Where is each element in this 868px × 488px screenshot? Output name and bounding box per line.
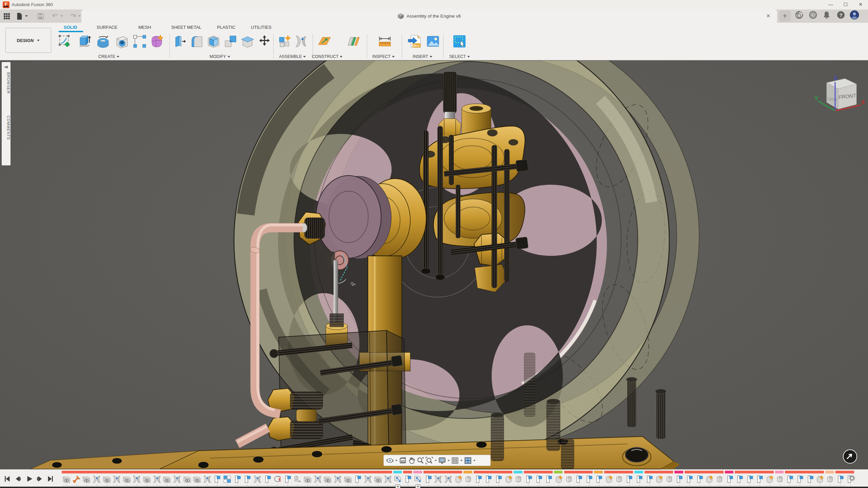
file-menu-icon[interactable] bbox=[16, 9, 28, 23]
timeline-group-bar[interactable] bbox=[594, 471, 603, 473]
split-body-icon[interactable] bbox=[240, 33, 255, 50]
timeline-feature-flag[interactable] bbox=[574, 475, 583, 484]
joint-icon[interactable] bbox=[294, 33, 309, 50]
timeline-feature-derive[interactable] bbox=[414, 475, 422, 484]
timeline-group-bar[interactable] bbox=[725, 471, 734, 473]
move-icon[interactable] bbox=[257, 33, 272, 50]
form-icon[interactable] bbox=[149, 33, 164, 50]
select-icon[interactable] bbox=[452, 33, 467, 50]
timeline-group-bar[interactable] bbox=[564, 471, 593, 473]
grid-caret[interactable] bbox=[460, 460, 462, 461]
tab-mesh[interactable]: MESH bbox=[138, 25, 151, 30]
timeline-feature-joint[interactable] bbox=[203, 475, 212, 484]
timeline-feature-form[interactable] bbox=[655, 475, 664, 484]
create-group-label[interactable]: CREATE bbox=[98, 54, 119, 59]
timeline-feature-joint[interactable] bbox=[112, 475, 121, 484]
new-tab-button[interactable]: + bbox=[779, 11, 791, 22]
hole-icon[interactable] bbox=[115, 33, 130, 50]
timeline-feature-flag[interactable] bbox=[635, 475, 644, 484]
timeline-feature-joint[interactable] bbox=[153, 475, 161, 484]
close-button[interactable]: ✕ bbox=[853, 0, 868, 9]
timeline-group-bar[interactable] bbox=[413, 471, 422, 473]
revolve-icon[interactable] bbox=[96, 33, 111, 50]
timeline-feature-derive[interactable] bbox=[394, 475, 402, 484]
construct-group-label[interactable]: CONSTRUCT bbox=[312, 54, 342, 59]
shell-icon[interactable] bbox=[206, 33, 221, 50]
timeline-settings-gear-icon[interactable] bbox=[848, 473, 856, 482]
timeline-group-bar[interactable] bbox=[735, 471, 774, 473]
timeline-group-bar[interactable] bbox=[393, 471, 402, 473]
timeline-feature-form[interactable] bbox=[504, 475, 513, 484]
timeline-feature-body[interactable] bbox=[775, 475, 784, 484]
timeline-group-bar[interactable] bbox=[825, 471, 834, 473]
look-at-icon[interactable] bbox=[399, 456, 407, 465]
timeline-feature-joint[interactable] bbox=[444, 475, 453, 484]
timeline-group-bar[interactable] bbox=[634, 471, 643, 473]
tab-utilities[interactable]: UTILITIES bbox=[251, 25, 272, 30]
timeline-feature-body[interactable] bbox=[715, 475, 724, 484]
maximize-button[interactable]: ☐ bbox=[838, 0, 853, 9]
timeline-feature-revolve[interactable] bbox=[273, 475, 282, 484]
timeline-feature-flag[interactable] bbox=[474, 475, 483, 484]
timeline-feature-body[interactable] bbox=[565, 475, 573, 484]
timeline-feature-flag[interactable] bbox=[695, 475, 704, 484]
tab-plastic[interactable]: PLASTIC bbox=[217, 25, 235, 30]
zoom-icon[interactable] bbox=[416, 456, 425, 465]
timeline-feature-link[interactable] bbox=[323, 475, 332, 484]
timeline-feature-flag[interactable] bbox=[233, 475, 242, 484]
display-caret[interactable] bbox=[448, 460, 450, 461]
timeline-feature-link[interactable] bbox=[183, 475, 192, 484]
timeline-feature-link[interactable] bbox=[122, 475, 131, 484]
timeline-feature-flag[interactable] bbox=[283, 475, 292, 484]
timeline-feature-flag[interactable] bbox=[645, 475, 654, 484]
new-component-icon[interactable] bbox=[277, 33, 292, 50]
tab-close-icon[interactable]: ✕ bbox=[765, 13, 772, 19]
timeline-feature-body[interactable] bbox=[826, 475, 834, 484]
extrude-icon[interactable] bbox=[77, 33, 92, 50]
timeline-feature-flag[interactable] bbox=[213, 475, 221, 484]
timeline-feature-joint[interactable] bbox=[434, 475, 442, 484]
fit-caret[interactable] bbox=[435, 460, 437, 461]
viewports-caret[interactable] bbox=[473, 460, 475, 461]
timeline-feature-flag[interactable] bbox=[785, 475, 794, 484]
viewports-icon[interactable] bbox=[464, 456, 472, 465]
insert-canvas-icon[interactable] bbox=[426, 33, 440, 50]
timeline-group-bar[interactable] bbox=[403, 471, 412, 473]
timeline-feature-body[interactable] bbox=[615, 475, 624, 484]
redo-icon[interactable] bbox=[69, 9, 81, 23]
timeline-feature-flag[interactable] bbox=[735, 475, 744, 484]
notifications-icon[interactable] bbox=[822, 11, 831, 19]
extensions-icon[interactable] bbox=[795, 11, 804, 19]
timeline-feature-link[interactable] bbox=[303, 475, 312, 484]
combine-icon[interactable] bbox=[223, 33, 238, 50]
create-sketch-icon[interactable] bbox=[58, 33, 73, 50]
timeline-feature-flag[interactable] bbox=[263, 475, 272, 484]
app-grid-icon[interactable] bbox=[3, 9, 10, 23]
timeline-feature-flag[interactable] bbox=[806, 475, 814, 484]
timeline-feature-joint[interactable] bbox=[363, 475, 372, 484]
timeline-feature-link[interactable] bbox=[62, 475, 71, 484]
press-pull-icon[interactable] bbox=[173, 33, 188, 50]
timeline-feature-flag[interactable] bbox=[836, 475, 845, 484]
tab-sheet-metal[interactable]: SHEET METAL bbox=[171, 25, 201, 30]
timeline-feature-flag[interactable] bbox=[424, 475, 433, 484]
timeline-group-bar[interactable] bbox=[685, 471, 724, 473]
timeline-feature-body[interactable] bbox=[665, 475, 674, 484]
timeline-feature-joint[interactable] bbox=[313, 475, 322, 484]
construct-plane-icon[interactable] bbox=[317, 33, 332, 50]
measure-icon[interactable] bbox=[377, 33, 392, 50]
timeline-feature-joint[interactable] bbox=[253, 475, 262, 484]
avatar[interactable] bbox=[850, 10, 859, 20]
select-group-label[interactable]: SELECT bbox=[449, 54, 470, 59]
timeline-feature-flag[interactable] bbox=[544, 475, 553, 484]
panel-expand-icon[interactable] bbox=[3, 65, 9, 69]
timeline-feature-flag[interactable] bbox=[534, 475, 543, 484]
timeline-group-bar[interactable] bbox=[554, 471, 563, 473]
timeline-feature-flag[interactable] bbox=[755, 475, 764, 484]
timeline-expand-plus[interactable]: + bbox=[415, 484, 420, 488]
timeline-group-bar[interactable] bbox=[604, 471, 633, 473]
timeline-feature-joint[interactable] bbox=[132, 475, 141, 484]
timeline-feature-form[interactable] bbox=[705, 475, 714, 484]
timeline-group-bar[interactable] bbox=[524, 471, 553, 473]
timeline-feature-pattern[interactable] bbox=[223, 475, 232, 484]
